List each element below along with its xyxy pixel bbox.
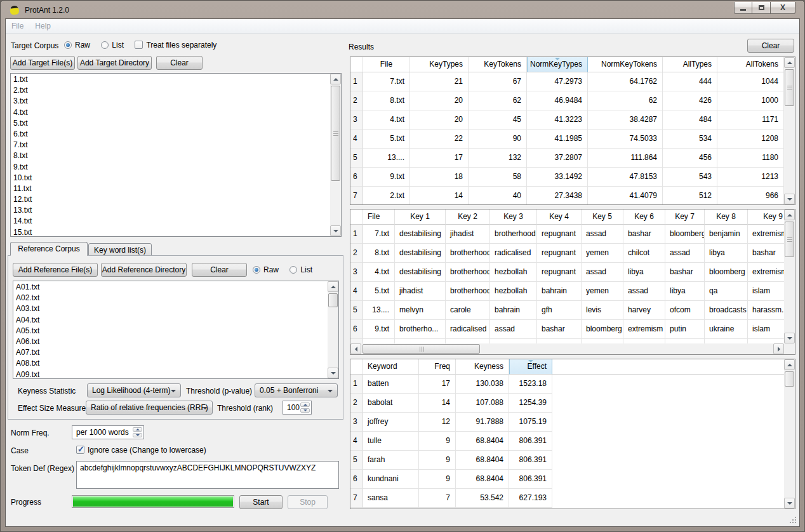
- title-bar[interactable]: ProtAnt 1.2.0 X: [2, 2, 803, 18]
- table-row[interactable]: 3 4.txt 20 45 41.3223 38.4287 484 1171: [350, 110, 784, 130]
- table-row[interactable]: 6 9.txt 18 58 33.1492 47.8153 543 1213: [350, 168, 784, 187]
- scroll-down-button[interactable]: [328, 368, 338, 378]
- column-header-keytokens[interactable]: KeyTokens: [469, 57, 527, 72]
- table-row[interactable]: 4 5.txt 22 90 41.1985 74.5033 534 1208: [350, 130, 784, 149]
- table-row[interactable]: 5 13.... melvyn carole bahrain gfh levis…: [350, 301, 784, 320]
- scroll-down-button[interactable]: [784, 498, 795, 509]
- scroll-down-button[interactable]: [330, 225, 341, 236]
- menu-file[interactable]: File: [11, 22, 23, 30]
- spin-up-button[interactable]: [133, 427, 142, 432]
- effect-size-select[interactable]: Ratio of relative frequencies (RRF): [86, 401, 213, 415]
- target-file-item[interactable]: 13.txt: [11, 205, 329, 216]
- table-row[interactable]: 7 sansa 7 53.542 627.193: [350, 489, 784, 508]
- scroll-up-button[interactable]: [330, 74, 341, 84]
- scroll-up-button[interactable]: [784, 359, 795, 370]
- reference-list-radio[interactable]: [289, 266, 297, 274]
- table-row[interactable]: 1 7.txt destabilising jihadist brotherho…: [350, 225, 784, 244]
- scrollbar-thumb[interactable]: [785, 69, 794, 106]
- scroll-up-button[interactable]: [784, 209, 795, 220]
- target-file-item[interactable]: 9.txt: [11, 162, 329, 173]
- column-header-key2[interactable]: Key 2: [446, 209, 490, 225]
- target-file-item[interactable]: 15.txt: [11, 227, 329, 236]
- tab-reference-corpus[interactable]: Reference Corpus: [10, 242, 88, 256]
- spin-down-button[interactable]: [300, 408, 310, 413]
- column-header-key6[interactable]: Key 6: [623, 209, 665, 225]
- column-header-key4[interactable]: Key 4: [537, 209, 582, 225]
- column-header-key1[interactable]: Key 1: [395, 209, 446, 225]
- table-row[interactable]: 2 8.txt 20 62 46.9484 62 426 1000: [350, 91, 784, 110]
- target-file-item[interactable]: 5.txt: [11, 118, 329, 129]
- table-row[interactable]: 7 2.txt 14 40 27.3438 41.4079 512 966: [350, 187, 784, 204]
- reference-raw-radio[interactable]: [253, 266, 260, 274]
- target-list-radio[interactable]: [101, 41, 109, 49]
- column-header-effect[interactable]: Effect: [509, 359, 552, 375]
- reference-clear-button[interactable]: Clear: [192, 263, 247, 277]
- target-file-item[interactable]: 10.txt: [11, 173, 329, 183]
- table-row[interactable]: 7 2.txt: [350, 339, 784, 343]
- scrollbar-thumb[interactable]: [331, 86, 340, 181]
- table-row[interactable]: 4 tulle 9 68.8404 806.391: [350, 432, 784, 451]
- column-header-file[interactable]: File: [363, 209, 395, 225]
- reference-file-listbox[interactable]: A01.txtA02.txtA03.txtA04.txtA05.txtA06.t…: [13, 281, 339, 379]
- reference-file-item[interactable]: A02.txt: [13, 293, 327, 303]
- reference-file-item[interactable]: A04.txt: [13, 315, 327, 326]
- target-file-item[interactable]: 7.txt: [11, 140, 329, 150]
- column-header-key3[interactable]: Key 3: [490, 209, 537, 225]
- table-row[interactable]: 5 13.... 17 132 37.2807 111.864 456 1180: [350, 149, 784, 168]
- reference-file-item[interactable]: A07.txt: [13, 347, 327, 358]
- add-reference-files-button[interactable]: Add Reference File(s): [13, 263, 98, 277]
- menu-help[interactable]: Help: [35, 22, 51, 30]
- column-header-alltokens[interactable]: AllTokens: [717, 57, 784, 72]
- scroll-right-button[interactable]: [773, 343, 784, 354]
- scroll-down-button[interactable]: [784, 194, 795, 204]
- add-target-files-button[interactable]: Add Target File(s): [10, 56, 75, 70]
- table-row[interactable]: 6 9.txt brotherho... radicalised assad b…: [350, 320, 784, 339]
- tab-key-word-lists[interactable]: Key word list(s): [88, 243, 152, 256]
- add-reference-directory-button[interactable]: Add Reference Directory: [101, 263, 187, 277]
- norm-freq-spinner[interactable]: per 1000 words: [72, 425, 144, 439]
- table-row[interactable]: 2 babolat 14 107.088 1254.39: [350, 394, 784, 413]
- table-row[interactable]: 1 batten 17 130.038 1523.18: [350, 375, 784, 394]
- target-clear-button[interactable]: Clear: [156, 56, 203, 70]
- column-header-keyword[interactable]: Keyword: [363, 359, 419, 375]
- target-file-listbox[interactable]: 1.txt2.txt3.txt4.txt5.txt6.txt7.txt8.txt…: [10, 73, 342, 237]
- scroll-left-button[interactable]: [350, 343, 361, 354]
- table-row[interactable]: 2 8.txt destabilising brotherhood radica…: [350, 244, 784, 263]
- column-header-key7[interactable]: Key 7: [665, 209, 705, 225]
- target-file-item[interactable]: 6.txt: [11, 129, 329, 140]
- target-file-item[interactable]: 14.txt: [11, 216, 329, 227]
- table-row[interactable]: 6 kundnani 9 68.8404 806.391: [350, 470, 784, 489]
- keyness-statistic-select[interactable]: Log Likelihood (4-term): [87, 383, 181, 397]
- target-file-item[interactable]: 12.txt: [11, 194, 329, 205]
- column-header-key5[interactable]: Key 5: [582, 209, 623, 225]
- reference-file-item[interactable]: A05.txt: [13, 326, 327, 336]
- column-header-alltypes[interactable]: AllTypes: [663, 57, 717, 72]
- minimize-button[interactable]: [734, 2, 752, 14]
- scroll-up-button[interactable]: [784, 57, 795, 68]
- threshold-rank-spinner[interactable]: 100: [283, 401, 312, 415]
- reference-file-item[interactable]: A08.txt: [13, 358, 327, 369]
- scrollbar-thumb[interactable]: [363, 344, 480, 354]
- spin-up-button[interactable]: [300, 402, 310, 407]
- add-target-directory-button[interactable]: Add Target Directory: [77, 56, 152, 70]
- column-header-normkeytypes[interactable]: NormKeyTypes: [527, 57, 588, 72]
- scrollbar-thumb[interactable]: [328, 293, 338, 307]
- treat-separately-checkbox[interactable]: [135, 41, 143, 49]
- scrollbar-thumb[interactable]: [785, 222, 794, 257]
- column-header-freq[interactable]: Freq: [419, 359, 456, 375]
- start-button[interactable]: Start: [239, 495, 283, 509]
- column-header-file[interactable]: File: [363, 57, 410, 72]
- table-row[interactable]: 3 joffrey 12 91.7888 1075.19: [350, 413, 784, 432]
- scroll-up-button[interactable]: [328, 281, 338, 292]
- column-header-key9[interactable]: Key 9: [748, 209, 784, 225]
- table-row[interactable]: 4 5.txt jihadist brotherhood hezbollah b…: [350, 282, 784, 301]
- target-file-item[interactable]: 11.txt: [11, 183, 329, 194]
- close-button[interactable]: X: [771, 2, 795, 14]
- column-header-key8[interactable]: Key 8: [705, 209, 748, 225]
- reference-file-item[interactable]: A03.txt: [13, 303, 327, 314]
- target-file-item[interactable]: 1.txt: [11, 74, 329, 85]
- target-file-item[interactable]: 8.txt: [11, 150, 329, 161]
- column-header-keyness[interactable]: Keyness: [456, 359, 509, 375]
- ignore-case-checkbox[interactable]: [76, 446, 84, 454]
- spin-down-button[interactable]: [133, 433, 142, 437]
